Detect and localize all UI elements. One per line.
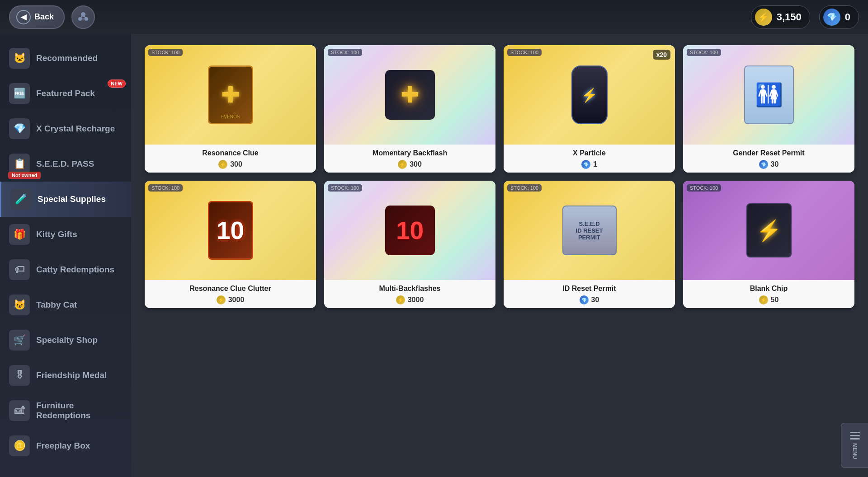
stock-label: STOCK: 100 xyxy=(687,49,721,56)
card-name-blank-chip: Blank Chip xyxy=(689,285,849,293)
menu-label: MENU xyxy=(852,443,858,459)
price-icon-gender-reset-permit: 💎 xyxy=(759,160,768,169)
sidebar-item-kitty-gifts[interactable]: 🎁Kitty Gifts xyxy=(0,217,131,252)
guild-button[interactable] xyxy=(71,5,95,29)
currency-area: ⚡ 3,150 💎 0 xyxy=(751,5,859,29)
card-price-resonance-clue: ⚡300 xyxy=(150,160,311,169)
card-image-id-reset-permit: STOCK: 100S.E.E.DID RESETPERMIT xyxy=(504,181,675,280)
price-icon-x-particle: 💎 xyxy=(581,160,590,169)
price-value-resonance-clue-clutter: 3000 xyxy=(228,296,245,304)
shop-card-multi-backflashes[interactable]: STOCK: 10010Multi-Backflashes⚡3000 xyxy=(324,181,495,308)
shop-card-id-reset-permit[interactable]: STOCK: 100S.E.E.DID RESETPERMITID Reset … xyxy=(504,181,675,308)
card-image-resonance-clue-clutter: STOCK: 10010 xyxy=(145,181,316,280)
sidebar-item-special-supplies[interactable]: 🧪Special Supplies xyxy=(0,182,131,217)
card-name-id-reset-permit: ID Reset Permit xyxy=(509,285,670,293)
card-label-blank-chip: Blank Chip⚡50 xyxy=(683,280,854,308)
kitty-gifts-label: Kitty Gifts xyxy=(36,229,77,239)
x-crystal-recharge-label: X Crystal Recharge xyxy=(36,124,115,134)
shop-card-gender-reset-permit[interactable]: STOCK: 100🚻Gender Reset Permit💎30 xyxy=(683,45,854,173)
sidebar-item-furniture-redemptions[interactable]: 🛋Furniture Redemptions xyxy=(0,393,131,428)
back-button[interactable]: ◀ Back xyxy=(9,5,65,29)
card-image-blank-chip: STOCK: 100⚡ xyxy=(683,181,854,280)
stock-label: STOCK: 100 xyxy=(148,184,183,192)
not-owned-badge: Not owned xyxy=(8,172,41,179)
sidebar-item-recommended[interactable]: 🐱Recommended xyxy=(0,41,131,76)
card-image-x-particle: STOCK: 100⚡x20 xyxy=(504,45,675,145)
furniture-redemptions-icon: 🛋 xyxy=(9,400,30,421)
card-label-resonance-clue: Resonance Clue⚡300 xyxy=(145,145,316,173)
item-visual-id-reset-permit: S.E.E.DID RESETPERMIT xyxy=(562,206,617,255)
menu-button[interactable]: MENU xyxy=(841,423,868,468)
recommended-icon: 🐱 xyxy=(9,48,30,69)
card-label-x-particle: X Particle💎1 xyxy=(504,145,675,173)
bolt-value: 3,150 xyxy=(777,11,802,23)
tabby-cat-label: Tabby Cat xyxy=(36,300,77,310)
friendship-medal-label: Friendship Medal xyxy=(36,370,107,380)
freeplay-box-label: Freeplay Box xyxy=(36,441,90,451)
card-name-resonance-clue: Resonance Clue xyxy=(150,149,311,157)
item-visual-blank-chip: ⚡ xyxy=(746,203,792,257)
card-name-gender-reset-permit: Gender Reset Permit xyxy=(689,149,849,157)
stock-label: STOCK: 100 xyxy=(687,184,721,192)
price-value-x-particle: 1 xyxy=(593,160,597,168)
sidebar-item-featured-pack[interactable]: 🆓Featured PackNEW xyxy=(0,76,131,111)
card-price-gender-reset-permit: 💎30 xyxy=(689,160,849,169)
price-value-id-reset-permit: 30 xyxy=(591,296,599,304)
specialty-shop-icon: 🛒 xyxy=(9,330,30,351)
price-value-momentary-backflash: 300 xyxy=(410,160,422,168)
shop-card-resonance-clue-clutter[interactable]: STOCK: 10010Resonance Clue Clutter⚡3000 xyxy=(145,181,316,308)
card-price-momentary-backflash: ⚡300 xyxy=(330,160,490,169)
friendship-medal-icon: 🎖 xyxy=(9,365,30,386)
furniture-redemptions-label: Furniture Redemptions xyxy=(36,401,122,421)
card-name-x-particle: X Particle xyxy=(509,149,670,157)
price-icon-multi-backflashes: ⚡ xyxy=(396,295,405,304)
stock-label: STOCK: 100 xyxy=(328,49,362,56)
bolt-currency: ⚡ 3,150 xyxy=(751,5,810,29)
price-icon-resonance-clue-clutter: ⚡ xyxy=(217,295,226,304)
shop-card-x-particle[interactable]: STOCK: 100⚡x20X Particle💎1 xyxy=(504,45,675,173)
kitty-gifts-icon: 🎁 xyxy=(9,224,30,245)
item-visual-multi-backflashes: 10 xyxy=(385,206,435,255)
price-icon-momentary-backflash: ⚡ xyxy=(398,160,407,169)
special-supplies-icon: 🧪 xyxy=(10,189,31,210)
sidebar-item-seed-pass[interactable]: 📋S.E.E.D. PASSNot owned xyxy=(0,146,131,182)
item-visual-momentary-backflash: ✚ xyxy=(385,70,435,120)
card-label-resonance-clue-clutter: Resonance Clue Clutter⚡3000 xyxy=(145,280,316,308)
stock-label: STOCK: 100 xyxy=(328,184,362,192)
freeplay-box-icon: 🪙 xyxy=(9,435,30,456)
item-visual-resonance-clue-clutter: 10 xyxy=(208,201,253,260)
sidebar: 🐱Recommended🆓Featured PackNEW💎X Crystal … xyxy=(0,34,131,477)
main-content: STOCK: 100EVENOSResonance Clue⚡300STOCK:… xyxy=(131,34,868,477)
card-name-multi-backflashes: Multi-Backflashes xyxy=(330,285,490,293)
price-icon-id-reset-permit: 💎 xyxy=(580,295,589,304)
price-value-resonance-clue: 300 xyxy=(230,160,242,168)
sidebar-item-freeplay-box[interactable]: 🪙Freeplay Box xyxy=(0,428,131,463)
crystal-currency: 💎 0 xyxy=(819,5,859,29)
sidebar-item-friendship-medal[interactable]: 🎖Friendship Medal xyxy=(0,358,131,393)
shop-card-momentary-backflash[interactable]: STOCK: 100✚Momentary Backflash⚡300 xyxy=(324,45,495,173)
special-supplies-label: Special Supplies xyxy=(38,194,106,204)
card-label-id-reset-permit: ID Reset Permit💎30 xyxy=(504,280,675,308)
shop-grid: STOCK: 100EVENOSResonance Clue⚡300STOCK:… xyxy=(145,45,854,308)
card-image-resonance-clue: STOCK: 100EVENOS xyxy=(145,45,316,145)
item-visual-resonance-clue: EVENOS xyxy=(208,65,253,124)
shop-card-blank-chip[interactable]: STOCK: 100⚡Blank Chip⚡50 xyxy=(683,181,854,308)
crystal-icon: 💎 xyxy=(823,9,840,26)
tabby-cat-icon: 😺 xyxy=(9,295,30,315)
sidebar-item-tabby-cat[interactable]: 😺Tabby Cat xyxy=(0,287,131,323)
seed-pass-label: S.E.E.D. PASS xyxy=(36,159,94,169)
card-price-multi-backflashes: ⚡3000 xyxy=(330,295,490,304)
sidebar-item-x-crystal-recharge[interactable]: 💎X Crystal Recharge xyxy=(0,111,131,146)
crystal-value: 0 xyxy=(845,11,850,23)
shop-card-resonance-clue[interactable]: STOCK: 100EVENOSResonance Clue⚡300 xyxy=(145,45,316,173)
stock-label: STOCK: 100 xyxy=(507,49,542,56)
x20-badge: x20 xyxy=(653,50,670,60)
x-crystal-recharge-icon: 💎 xyxy=(9,118,30,139)
catty-redemptions-icon: 🏷 xyxy=(9,259,30,280)
back-label: Back xyxy=(34,12,54,22)
new-badge: NEW xyxy=(108,80,126,88)
stock-label: STOCK: 100 xyxy=(507,184,542,192)
sidebar-item-specialty-shop[interactable]: 🛒Specialty Shop xyxy=(0,323,131,358)
card-name-resonance-clue-clutter: Resonance Clue Clutter xyxy=(150,285,311,293)
sidebar-item-catty-redemptions[interactable]: 🏷Catty Redemptions xyxy=(0,252,131,287)
